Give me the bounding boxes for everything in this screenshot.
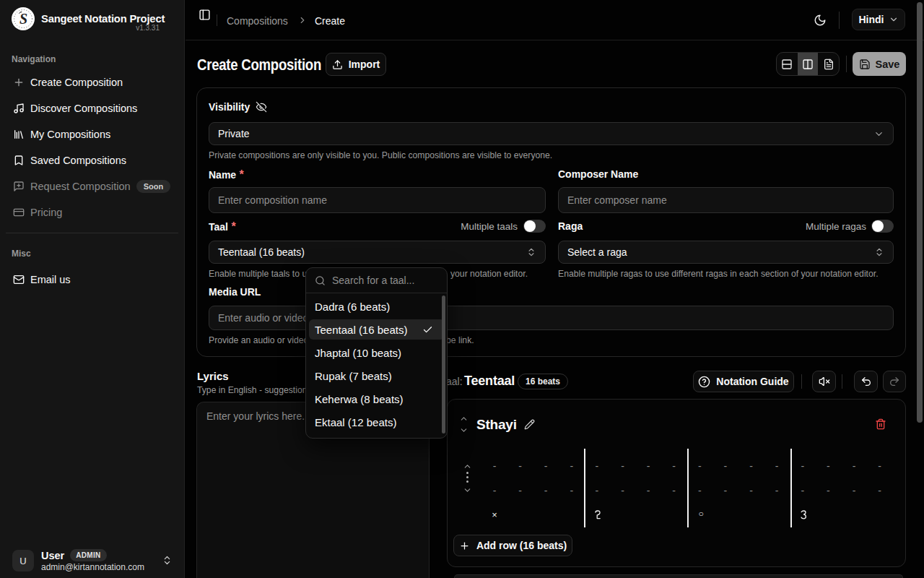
svg-text:S: S <box>19 11 27 27</box>
